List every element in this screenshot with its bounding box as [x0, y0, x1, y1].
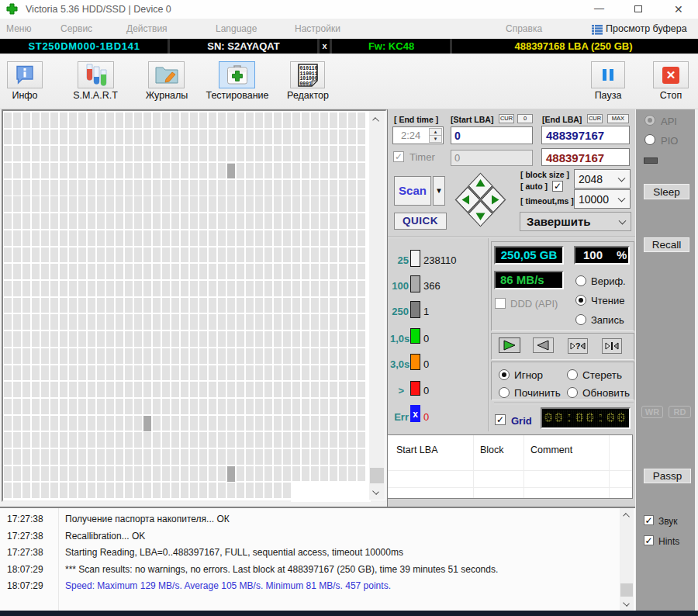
svg-text:?: ? [575, 341, 581, 351]
svg-text:0001: 0001 [300, 81, 313, 87]
